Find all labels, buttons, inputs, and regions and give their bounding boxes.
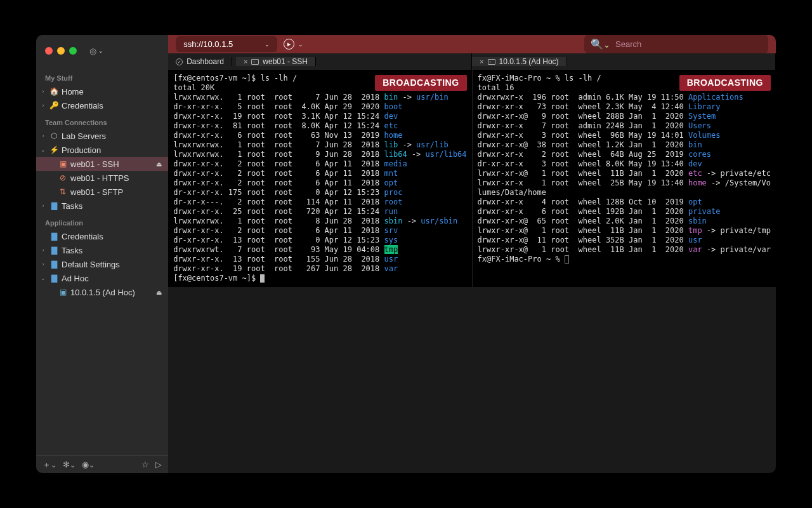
sidebar-item-label: 10.0.1.5 (Ad Hoc) [70,288,154,297]
traffic-lights [45,47,77,55]
section-team: Team Connections [36,112,168,129]
tab-group-right: × ›_ 10.0.1.5 (Ad Hoc) [472,53,776,70]
sidebar-item-label: Production [62,145,162,155]
sidebar-item-label: web01 - HTTPS [70,173,162,183]
search-box[interactable]: 🔍⌄ [584,35,768,53]
section-application: Application [36,213,168,229]
tab-dashboard[interactable]: Dashboard [168,57,232,66]
sidebar-item-web01-ssh[interactable]: ▣ web01 - SSH ⏏ [36,157,168,171]
tab-label: 10.0.1.5 (Ad Hoc) [499,57,559,66]
titlebar: ◎ ⌄ [36,35,168,67]
close-icon[interactable]: × [480,58,483,65]
sidebar-item-web01-sftp[interactable]: ⇅ web01 - SFTP [36,185,168,199]
zoom-window-button[interactable] [69,47,77,55]
app-window: ◎ ⌄ My Stuff ›🏠 Home ›🔑 Credentials Team… [36,35,776,473]
star-icon[interactable]: ☆ [141,460,149,469]
play-icon[interactable]: ▷ [155,460,162,469]
run-button[interactable]: ▶⌄ [284,39,303,50]
terminal-icon: ›_ [488,59,495,65]
sidebar-item-app-credentials[interactable]: ▇ Credentials [36,229,168,243]
sidebar-item-home[interactable]: ›🏠 Home [36,84,168,98]
search-input[interactable] [615,39,762,49]
sidebar-item-adhoc-host[interactable]: ▣ 10.0.1.5 (Ad Hoc) ⏏ [36,285,168,299]
terminal-pane-right[interactable]: BROADCASTING fx@FX-iMac-Pro ~ % ls -lh /… [473,70,776,287]
broadcast-badge: BROADCASTING [375,75,466,91]
sidebar-item-label: Default Settings [62,260,162,269]
sidebar-item-adhoc[interactable]: ⌄▇ Ad Hoc [36,271,168,285]
window-menu-button[interactable]: ◎ ⌄ [89,46,103,56]
sidebar-item-default-settings[interactable]: ›▇ Default Settings [36,257,168,271]
eject-icon[interactable]: ⏏ [156,161,162,168]
address-text: ssh://10.0.1.5 [183,39,233,49]
close-window-button[interactable] [45,47,53,55]
broadcast-badge: BROADCASTING [679,75,771,91]
sidebar-item-label: Credentials [62,232,162,241]
tab-bar: Dashboard × ›_ web01 - SSH × ›_ [168,53,776,70]
tab-adhoc[interactable]: × ›_ 10.0.1.5 (Ad Hoc) [472,57,567,66]
sidebar-item-lab-servers[interactable]: ›⬡ Lab Servers [36,129,168,143]
sidebar-footer: ＋⌄ ✻⌄ ◉⌄ ☆ ▷ [36,455,168,473]
sidebar-item-label: Tasks [62,246,162,255]
sidebar-item-production[interactable]: ⌄⚡ Production [36,143,168,157]
sidebar-item-tasks[interactable]: ›▇ Tasks [36,199,168,213]
sidebar-item-label: Tasks [62,201,162,211]
sidebar-item-label: Ad Hoc [62,274,162,283]
sidebar-body: My Stuff ›🏠 Home ›🔑 Credentials Team Con… [36,67,168,455]
address-bar[interactable]: ssh://10.0.1.5 ⌄ [176,36,277,52]
section-my-stuff: My Stuff [36,68,168,84]
content-column: ssh://10.0.1.5 ⌄ ▶⌄ 🔍⌄ Dash [168,35,776,67]
split-panes: BROADCASTING [fx@centos7-vm ~]$ ls -lh /… [168,70,776,287]
tab-web01-ssh[interactable]: × ›_ web01 - SSH [236,57,316,66]
sidebar-item-label: Credentials [62,101,162,110]
sidebar-item-label: Home [62,87,162,97]
tab-group-left: Dashboard × ›_ web01 - SSH [168,53,472,70]
settings-button[interactable]: ✻⌄ [63,460,75,469]
terminal-icon: ›_ [251,59,259,65]
toolbar: ssh://10.0.1.5 ⌄ ▶⌄ 🔍⌄ [168,35,776,53]
sidebar-item-label: web01 - SFTP [70,187,162,197]
sync-button[interactable]: ◉⌄ [82,460,95,469]
chrome-row: ◎ ⌄ My Stuff ›🏠 Home ›🔑 Credentials Team… [36,35,776,67]
minimize-window-button[interactable] [57,47,65,55]
sidebar-item-credentials[interactable]: ›🔑 Credentials [36,98,168,112]
sidebar-item-label: web01 - SSH [70,159,154,169]
eject-icon[interactable]: ⏏ [156,289,162,296]
chevron-down-icon[interactable]: ⌄ [265,41,270,48]
sidebar-item-app-tasks[interactable]: ›▇ Tasks [36,243,168,257]
search-icon: 🔍⌄ [591,38,610,50]
sidebar: ◎ ⌄ My Stuff ›🏠 Home ›🔑 Credentials Team… [36,35,168,473]
tab-label: Dashboard [187,57,224,66]
tab-label: web01 - SSH [263,57,308,66]
sidebar-item-label: Lab Servers [62,131,162,141]
dashboard-icon [176,58,183,65]
main-area: Dashboard × ›_ web01 - SSH × ›_ [168,53,776,287]
sidebar-item-web01-https[interactable]: ⊘ web01 - HTTPS [36,171,168,185]
close-icon[interactable]: × [244,58,247,65]
terminal-pane-left[interactable]: BROADCASTING [fx@centos7-vm ~]$ ls -lh /… [168,70,472,287]
add-button[interactable]: ＋⌄ [43,459,56,471]
